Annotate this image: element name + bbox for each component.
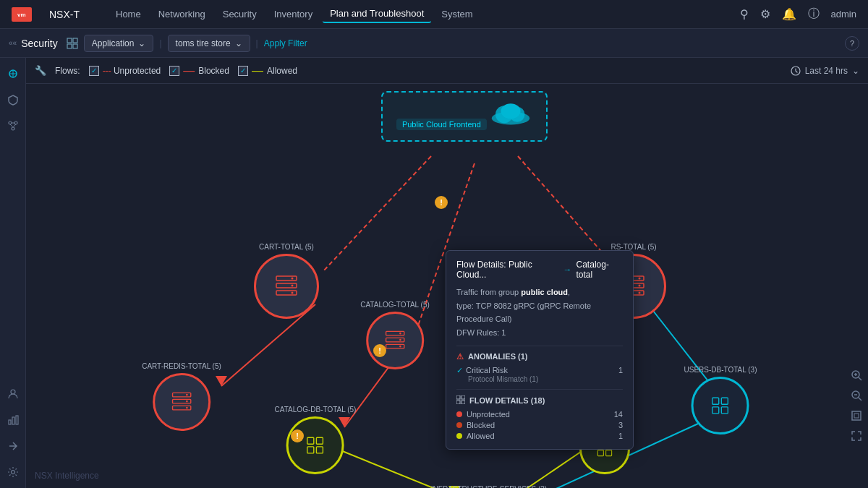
time-chevron: ⌄ <box>852 66 859 76</box>
time-filter[interactable]: Last 24 hrs ⌄ <box>791 66 859 76</box>
cart-total-node[interactable]: CART-TOTAL (5) <box>254 243 319 319</box>
network-canvas: Public Cloud Frontend ! CART-TOTAL (5) <box>26 84 868 488</box>
allowed-dot <box>456 433 462 439</box>
section-title: Security <box>21 38 58 49</box>
db-icon-blue <box>707 393 733 419</box>
nav-inventory[interactable]: Inventory <box>267 6 320 22</box>
sidebar-icon-shield[interactable] <box>3 90 23 110</box>
svg-rect-68 <box>712 398 719 404</box>
svg-rect-46 <box>172 393 190 396</box>
unprotected-checkbox[interactable]: ✓ <box>89 66 99 76</box>
svg-point-44 <box>292 285 294 287</box>
sidebar-icon-topology[interactable] <box>3 64 23 84</box>
svg-rect-48 <box>172 406 190 409</box>
svg-rect-82 <box>456 401 460 404</box>
svg-point-43 <box>292 278 294 280</box>
svg-point-55 <box>399 333 401 335</box>
tooltip-header: Flow Details: Public Cloud... → Catalog-… <box>456 260 623 280</box>
svg-point-45 <box>292 292 294 294</box>
top-bar-right: ⚲ ⚙ 🔔 ⓘ admin <box>740 7 856 22</box>
separator2: | <box>256 38 258 48</box>
db-icon <box>302 432 328 458</box>
users-db-label: USERS-DB-TOTAL (3) <box>684 366 757 374</box>
collapse-icon[interactable]: «« <box>9 39 17 47</box>
application-filter[interactable]: Application ⌄ <box>84 35 154 52</box>
time-label: Last 24 hrs <box>805 66 848 76</box>
apply-filter-button[interactable]: Apply Filter <box>264 38 307 48</box>
search-icon[interactable]: ⚲ <box>740 7 749 21</box>
users-db-node[interactable]: USERS-DB-TOTAL (3) <box>684 366 757 435</box>
users-db-circle <box>692 377 749 435</box>
svg-rect-18 <box>16 416 18 424</box>
svg-rect-42 <box>276 291 297 295</box>
nav-plan-troubleshoot[interactable]: Plan and Troubleshoot <box>323 5 431 23</box>
svg-rect-3 <box>73 38 77 43</box>
solid-line-blocked-icon: — <box>183 65 195 77</box>
sidebar-icon-flow[interactable] <box>3 116 23 136</box>
svg-rect-75 <box>606 450 612 456</box>
infra-node[interactable]: INFRASTRUCTURE-SERVICES (2) <box>431 485 547 488</box>
sidebar-icon-arrow[interactable] <box>3 436 23 456</box>
nav-networking[interactable]: Networking <box>151 6 213 22</box>
zoom-in-icon[interactable] <box>848 367 865 384</box>
svg-rect-59 <box>317 437 323 444</box>
bell-icon[interactable]: 🔔 <box>782 7 796 21</box>
svg-line-89 <box>859 398 861 401</box>
top-navigation-bar: vm NSX-T Home Networking Security Invent… <box>0 0 868 29</box>
app-title: NSX-T <box>49 9 80 20</box>
cloud-icon <box>489 98 532 127</box>
public-cloud-node[interactable]: Public Cloud Frontend <box>381 91 548 142</box>
catalog-db-circle <box>286 416 344 474</box>
settings-icon[interactable]: ⚙ <box>760 7 770 21</box>
check-icon: ✓ <box>456 366 463 374</box>
tooltip-title: Flow Details: Public Cloud... <box>456 260 559 280</box>
blocked-row: Blocked 3 <box>456 421 623 429</box>
help-icon[interactable]: ⓘ <box>808 7 820 22</box>
tooltip-traffic: Traffic from group public cloud, <box>456 286 623 299</box>
store-filter[interactable]: toms tire store ⌄ <box>168 35 250 52</box>
second-bar: «« Security Application ⌄ | toms tire st… <box>0 29 868 58</box>
cart-total-circle <box>254 254 319 319</box>
svg-rect-58 <box>307 437 314 444</box>
watermark: NSX Intelligence <box>35 471 99 481</box>
vm-logo: vm <box>12 7 32 22</box>
svg-rect-74 <box>597 450 603 456</box>
sidebar-icon-settings[interactable] <box>3 462 23 482</box>
nav-security[interactable]: Security <box>216 6 264 22</box>
catalog-total-node[interactable]: CATALOG-TOTAL (5) <box>360 301 430 369</box>
expand-icon[interactable] <box>848 427 865 445</box>
svg-point-15 <box>11 390 15 394</box>
infra-label: INFRASTRUCTURE-SERVICES (2) <box>431 485 547 488</box>
svg-rect-4 <box>67 44 72 48</box>
sidebar-icon-user[interactable] <box>3 384 23 404</box>
nav-home[interactable]: Home <box>109 6 148 22</box>
svg-rect-69 <box>722 398 728 404</box>
allowed-checkbox[interactable]: ✓ <box>238 66 248 76</box>
help-button[interactable]: ? <box>845 36 859 51</box>
svg-point-49 <box>186 394 188 396</box>
catalog-db-node[interactable]: CATALOG-DB-TOTAL (5) <box>275 406 357 474</box>
grid-icon <box>67 38 78 49</box>
warning-badge-catalog: ! <box>373 344 386 357</box>
svg-line-14 <box>13 124 16 127</box>
content-area: 🔧 Flows: ✓ - - - Unprotected ✓ — Blocked… <box>26 58 868 488</box>
catalog-total-circle <box>366 312 424 369</box>
cart-redis-node[interactable]: CART-REDIS-TOTAL (5) <box>142 362 221 431</box>
zoom-out-icon[interactable] <box>848 387 865 404</box>
svg-rect-17 <box>12 417 14 424</box>
allowed-row: Allowed 1 <box>456 432 623 440</box>
blocked-checkbox[interactable]: ✓ <box>169 66 179 76</box>
svg-point-39 <box>501 103 521 119</box>
nav-items: Home Networking Security Inventory Plan … <box>109 5 723 23</box>
unprotected-row: Unprotected 14 <box>456 410 623 419</box>
sidebar-icon-chart[interactable] <box>3 410 23 430</box>
nav-system[interactable]: System <box>434 6 480 22</box>
svg-point-51 <box>186 407 188 409</box>
fit-icon[interactable] <box>848 407 865 424</box>
svg-rect-81 <box>461 395 465 399</box>
anomalies-section: ⚠ ANOMALIES (1) ✓Critical Risk 1 Protoco… <box>456 346 623 383</box>
flow-grid-icon <box>456 395 465 406</box>
svg-rect-16 <box>9 420 11 424</box>
filter-group: Application ⌄ | toms tire store ⌄ | Appl… <box>67 35 307 52</box>
anomaly-warning-icon: ⚠ <box>456 352 464 361</box>
